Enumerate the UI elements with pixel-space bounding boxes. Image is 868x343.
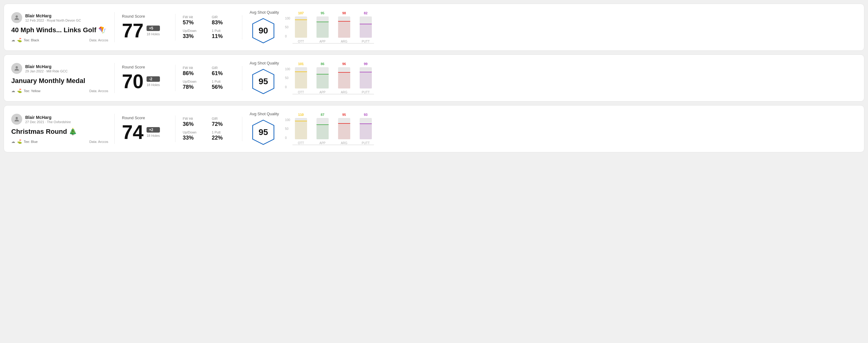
- score-badge: -2: [147, 76, 160, 82]
- gir-value: 72%: [212, 121, 235, 127]
- round-score-label: Round Score: [122, 116, 168, 120]
- data-source: Data: Arccos: [89, 140, 108, 144]
- score-number: 74: [122, 123, 144, 142]
- bar-group-arg: 98 ARG: [336, 11, 352, 43]
- bar-chart-round-2: 100 50 0 101 OTT 86: [285, 62, 857, 94]
- up-down-value: 33%: [183, 135, 206, 141]
- one-putt-stat: 1 Putt 22%: [212, 130, 235, 141]
- tee-label: Tee: Black: [24, 38, 39, 42]
- user-row: Blair McHarg 27 Dec 2021 · The Oxfordshi…: [11, 114, 108, 125]
- score-number: 77: [122, 21, 144, 40]
- bar-group-app: 86 APP: [314, 62, 331, 94]
- y-axis-50: 50: [285, 127, 290, 130]
- score-row: 77 +5 18 Holes: [122, 21, 168, 40]
- score-details: -2 18 Holes: [147, 76, 160, 87]
- one-putt-label: 1 Putt: [212, 130, 235, 134]
- tee-icon: ⛳: [17, 38, 22, 42]
- date-course: 27 Dec 2021 · The Oxfordshire: [25, 120, 71, 124]
- user-name: Blair McHarg: [25, 64, 67, 69]
- y-axis-100: 100: [285, 67, 290, 71]
- hexagon-container: 95: [250, 119, 277, 146]
- fw-hit-label: FW Hit: [183, 117, 206, 120]
- score-number: 70: [122, 72, 144, 91]
- card-stats-round-3: FW Hit 36% GIR 72% Up/Down 33% 1 Putt 22…: [176, 117, 242, 141]
- fw-hit-label: FW Hit: [183, 66, 206, 70]
- round-card-round-2: Blair McHarg 29 Jan 2022 · Mill Ride GCC…: [4, 55, 864, 101]
- weather-icon: ☁: [11, 139, 15, 144]
- round-title: Christmas Round 🎄: [11, 128, 108, 136]
- gir-stat: GIR 61%: [212, 66, 235, 76]
- y-axis-100: 100: [285, 17, 290, 20]
- fw-hit-stat: FW Hit 57%: [183, 15, 206, 26]
- gir-stat: GIR 72%: [212, 117, 235, 127]
- svg-point-0: [16, 15, 18, 18]
- user-row: Blair McHarg 12 Feb 2022 · Royal North D…: [11, 12, 108, 23]
- card-left-round-2: Blair McHarg 29 Jan 2022 · Mill Ride GCC…: [11, 63, 115, 93]
- user-info: Blair McHarg 12 Feb 2022 · Royal North D…: [25, 13, 81, 22]
- one-putt-stat: 1 Putt 11%: [212, 29, 235, 39]
- person-icon: [13, 116, 20, 123]
- card-footer: ☁ ⛳ Tee: Yellow Data: Arccos: [11, 89, 108, 93]
- fw-hit-value: 57%: [183, 20, 206, 26]
- weather-icon: ☁: [11, 89, 15, 93]
- card-quality-round-3: Avg Shot Quality 95 100 50 0: [242, 112, 857, 146]
- bar-group-ott: 101 OTT: [292, 62, 309, 94]
- tee-info: ☁ ⛳ Tee: Blue: [11, 139, 38, 144]
- bar-group-ott: 107 OTT: [292, 11, 309, 43]
- tee-info: ☁ ⛳ Tee: Black: [11, 38, 39, 42]
- bar-group-ott: 110 OTT: [292, 113, 309, 145]
- up-down-value: 33%: [183, 33, 206, 39]
- round-score-label: Round Score: [122, 14, 168, 19]
- one-putt-value: 56%: [212, 84, 235, 90]
- round-title: January Monthly Medal: [11, 77, 108, 85]
- stats-grid: FW Hit 57% GIR 83% Up/Down 33% 1 Putt 11…: [183, 15, 235, 39]
- bar-group-arg: 95 ARG: [336, 113, 352, 145]
- y-axis-50: 50: [285, 26, 290, 29]
- person-icon: [13, 14, 20, 21]
- hexagon-score: 95: [258, 127, 268, 137]
- hexagon-score: 95: [258, 76, 268, 86]
- y-axis-100: 100: [285, 118, 290, 122]
- score-badge: +2: [147, 127, 160, 132]
- one-putt-value: 11%: [212, 33, 235, 39]
- svg-point-2: [16, 66, 18, 68]
- holes-label: 18 Holes: [147, 83, 160, 87]
- hexagon: 95: [250, 119, 277, 146]
- up-down-value: 78%: [183, 84, 206, 90]
- gir-value: 61%: [212, 70, 235, 76]
- round-title: 40 Mph Winds... Links Golf 🪁: [11, 26, 108, 34]
- data-source: Data: Arccos: [89, 89, 108, 93]
- quality-left: Avg Shot Quality 95: [250, 61, 279, 95]
- person-icon: [13, 65, 20, 72]
- score-row: 74 +2 18 Holes: [122, 123, 168, 142]
- card-footer: ☁ ⛳ Tee: Blue Data: Arccos: [11, 139, 108, 144]
- fw-hit-value: 36%: [183, 121, 206, 127]
- quality-left: Avg Shot Quality 90: [250, 10, 279, 44]
- avg-shot-quality-label: Avg Shot Quality: [250, 112, 279, 116]
- stats-grid: FW Hit 86% GIR 61% Up/Down 78% 1 Putt 56…: [183, 66, 235, 90]
- user-info: Blair McHarg 27 Dec 2021 · The Oxfordshi…: [25, 115, 71, 124]
- card-score-round-3: Round Score 74 +2 18 Holes: [115, 116, 176, 142]
- holes-label: 18 Holes: [147, 134, 160, 137]
- bar-chart-round-3: 100 50 0 110 OTT 87: [285, 113, 857, 145]
- y-axis-0: 0: [285, 86, 290, 89]
- card-footer: ☁ ⛳ Tee: Black Data: Arccos: [11, 38, 108, 42]
- avg-shot-quality-label: Avg Shot Quality: [250, 10, 279, 14]
- date-course: 29 Jan 2022 · Mill Ride GCC: [25, 69, 67, 73]
- up-down-stat: Up/Down 33%: [183, 130, 206, 141]
- card-stats-round-1: FW Hit 57% GIR 83% Up/Down 33% 1 Putt 11…: [176, 15, 242, 39]
- hexagon-container: 95: [250, 68, 277, 95]
- card-score-round-1: Round Score 77 +5 18 Holes: [115, 14, 176, 40]
- fw-hit-label: FW Hit: [183, 15, 206, 19]
- quality-left: Avg Shot Quality 95: [250, 112, 279, 146]
- up-down-label: Up/Down: [183, 29, 206, 33]
- user-row: Blair McHarg 29 Jan 2022 · Mill Ride GCC: [11, 63, 108, 74]
- avatar: [11, 63, 22, 74]
- bar-group-app: 95 APP: [314, 11, 331, 43]
- fw-hit-value: 86%: [183, 70, 206, 76]
- gir-value: 83%: [212, 20, 235, 26]
- user-info: Blair McHarg 29 Jan 2022 · Mill Ride GCC: [25, 64, 67, 73]
- card-quality-round-1: Avg Shot Quality 90 100 50 0: [242, 10, 857, 44]
- up-down-label: Up/Down: [183, 130, 206, 134]
- hexagon: 95: [250, 68, 277, 95]
